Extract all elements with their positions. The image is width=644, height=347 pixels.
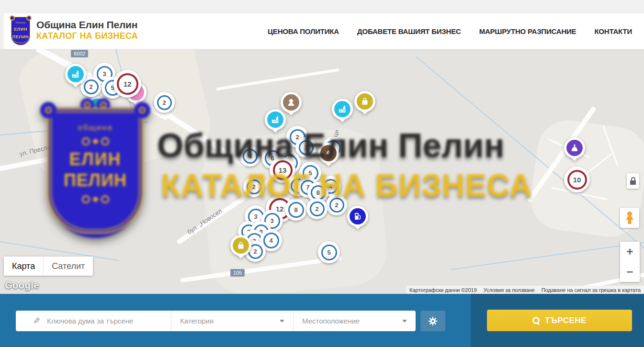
shopping-bag-pin[interactable]	[354, 91, 375, 119]
search-button[interactable]: ТЪРСЕНЕ	[487, 310, 632, 331]
worker-icon	[286, 98, 296, 107]
cluster-marker[interactable]: 2	[326, 194, 347, 215]
emblem-scroll-icon	[10, 15, 15, 21]
factory-pin[interactable]	[65, 64, 86, 91]
nav-item-add-business[interactable]: ДОБАВЕТЕ ВАШИЯТ БИЗНЕС	[357, 27, 461, 35]
shopping-bag-icon	[360, 97, 370, 106]
map-type-control: Карта Сателит	[4, 257, 93, 276]
cluster-marker[interactable]: 4	[239, 146, 260, 167]
flame-icon	[324, 149, 333, 157]
top-strip	[0, 0, 644, 13]
zoom-in-button[interactable]: +	[620, 242, 640, 262]
shopping-bag-icon	[236, 241, 246, 250]
map-markers-layer: 32512223546713522748212823338342510	[0, 49, 644, 294]
advanced-settings-button[interactable]	[420, 311, 445, 331]
brand-logo-link[interactable]: община ЕЛИН ПЕЛИН Община Елин Пелин КАТА…	[10, 15, 138, 45]
emblem-scroll-icon	[26, 15, 32, 21]
cluster-marker[interactable]: 2	[243, 176, 264, 197]
cluster-marker[interactable]: 2	[154, 92, 175, 113]
page: община ЕЛИН ПЕЛИН Община Елин Пелин КАТА…	[0, 0, 644, 347]
search-bar: ✎ Категория Местоположение	[0, 294, 644, 347]
route-badge: 6002	[71, 50, 88, 57]
church-pin[interactable]	[564, 137, 585, 165]
cluster-marker[interactable]: 8	[285, 199, 307, 221]
fuel-pin[interactable]	[347, 206, 368, 234]
factory-pin[interactable]	[265, 109, 286, 137]
nav-item-schedule[interactable]: МАРШРУТНО РАЗПИСАНИЕ	[479, 27, 576, 35]
site-subtitle: КАТАЛОГ НА БИЗНЕСА	[36, 31, 138, 41]
zoom-out-button[interactable]: −	[620, 262, 640, 282]
map-type-map-button[interactable]: Карта	[4, 257, 43, 276]
factory-icon	[92, 102, 102, 112]
pencil-icon: ✎	[33, 316, 40, 326]
gear-icon	[428, 316, 438, 326]
route-badge: 105	[230, 269, 245, 277]
map-canvas[interactable]: ул. Преслав бул. „Новосел ци 6002 105 32…	[0, 49, 644, 294]
cluster-marker[interactable]: 5	[318, 241, 340, 263]
chevron-down-icon	[280, 320, 284, 323]
lock-icon	[631, 177, 635, 180]
street-view-pegman-button[interactable]	[620, 208, 639, 228]
shopping-bag-pin[interactable]	[230, 235, 251, 263]
search-form: ✎ Категория Местоположение	[16, 311, 416, 331]
municipality-emblem: община ЕЛИН ПЕЛИН	[10, 15, 32, 45]
fuel-icon	[353, 212, 362, 221]
factory-icon	[71, 69, 80, 79]
terms-link[interactable]: Условия за ползване	[480, 286, 538, 294]
factory-pin[interactable]	[87, 96, 108, 124]
nav-item-contacts[interactable]: КОНТАКТИ	[594, 27, 632, 35]
keyword-field: ✎	[16, 311, 171, 331]
left-strip	[0, 13, 4, 49]
factory-icon	[338, 104, 347, 114]
search-icon	[532, 317, 540, 324]
location-select[interactable]: Местоположение	[293, 311, 416, 331]
nav-item-pricing[interactable]: ЦЕНОВА ПОЛИТИКА	[268, 27, 339, 35]
attribution-copyright: Картографски данни ©2019	[406, 286, 480, 294]
flame-pin[interactable]	[318, 143, 339, 170]
cluster-marker[interactable]: 12	[113, 70, 141, 98]
report-error-link[interactable]: Подаване на сигнал за грешка в картата	[538, 286, 644, 294]
factory-icon	[271, 115, 280, 124]
keyword-input[interactable]	[47, 317, 157, 325]
category-select[interactable]: Категория	[171, 311, 293, 331]
chevron-down-icon	[402, 320, 407, 323]
pegman-icon	[626, 212, 633, 224]
cluster-marker[interactable]: 2	[306, 198, 328, 219]
google-logo[interactable]: Google	[5, 280, 39, 291]
zoom-control: + −	[620, 242, 640, 282]
site-header: община ЕЛИН ПЕЛИН Община Елин Пелин КАТА…	[0, 13, 644, 49]
map-type-satellite-button[interactable]: Сателит	[43, 257, 93, 276]
cluster-marker[interactable]: 3	[295, 137, 316, 158]
main-nav: ЦЕНОВА ПОЛИТИКА ДОБАВЕТЕ ВАШИЯТ БИЗНЕС М…	[268, 13, 632, 49]
factory-pin[interactable]	[332, 99, 353, 126]
cluster-marker[interactable]: 10	[564, 167, 590, 192]
lock-button[interactable]	[627, 173, 639, 189]
site-title: Община Елин Пелин	[36, 19, 138, 31]
church-icon	[570, 143, 579, 153]
map-attribution: Картографски данни ©2019 Условия за полз…	[406, 286, 644, 294]
